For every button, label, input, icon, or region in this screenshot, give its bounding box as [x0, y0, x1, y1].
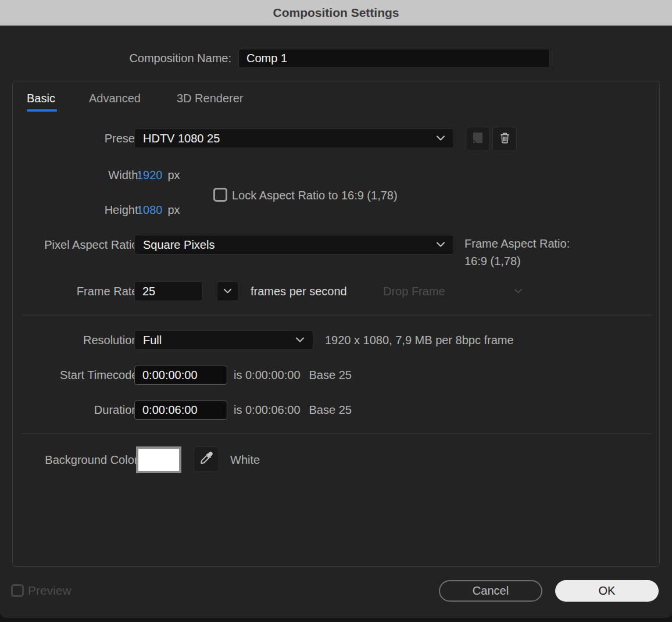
- start-timecode-label: Start Timecode:: [23, 366, 141, 385]
- chevron-down-icon: [436, 239, 445, 250]
- settings-panel: Basic Advanced 3D Renderer Preset: HDTV …: [12, 81, 660, 567]
- width-label: Width:: [23, 167, 141, 183]
- resolution-info: 1920 x 1080, 7,9 MB per 8bpc frame: [325, 330, 514, 350]
- frame-rate-input[interactable]: 25: [134, 281, 203, 301]
- cancel-button[interactable]: Cancel: [439, 580, 542, 602]
- resolution-value: Full: [143, 334, 162, 347]
- background-color-label: Background Color:: [23, 451, 141, 469]
- eyedropper-button[interactable]: [194, 446, 219, 472]
- composition-name-value: Comp 1: [246, 52, 287, 65]
- tab-basic[interactable]: Basic: [27, 92, 55, 105]
- duration-base: Base 25: [309, 403, 352, 417]
- background-color-swatch[interactable]: [136, 446, 181, 473]
- pixel-aspect-ratio-dropdown[interactable]: Square Pixels: [134, 235, 454, 255]
- chevron-down-icon: [223, 286, 232, 296]
- composition-name-label: Composition Name:: [58, 49, 231, 68]
- background-color-name: White: [230, 451, 260, 469]
- start-timecode-info: is 0:00:00:00: [234, 369, 301, 382]
- tab-3d-renderer[interactable]: 3D Renderer: [177, 92, 244, 105]
- chevron-down-icon: [514, 286, 523, 296]
- frame-aspect-ratio-label: Frame Aspect Ratio:: [464, 236, 570, 251]
- cancel-button-label: Cancel: [473, 584, 509, 598]
- pixel-aspect-ratio-value: Square Pixels: [143, 238, 215, 252]
- section-divider: [21, 314, 652, 316]
- resolution-dropdown[interactable]: Full: [134, 330, 313, 350]
- ok-button-label: OK: [599, 584, 616, 598]
- height-value[interactable]: 1080: [137, 203, 163, 217]
- lock-aspect-label: Lock Aspect Ratio to 16:9 (1,78): [232, 188, 398, 203]
- lock-aspect-checkbox[interactable]: [213, 188, 227, 202]
- dialog-title: Composition Settings: [273, 6, 399, 20]
- save-preset-button[interactable]: [466, 127, 490, 151]
- eyedropper-icon: [199, 451, 214, 468]
- preset-value: HDTV 1080 25: [143, 132, 220, 145]
- frame-aspect-ratio-value: 16:9 (1,78): [464, 253, 521, 269]
- duration-value: 0:00:06:00: [142, 403, 198, 417]
- start-timecode-value: 0:00:00:00: [142, 369, 198, 382]
- preview-checkbox: [11, 584, 24, 597]
- frame-rate-preset-button[interactable]: [217, 281, 238, 301]
- chevron-down-icon: [436, 133, 445, 144]
- duration-info: is 0:00:06:00: [234, 403, 301, 417]
- trash-icon: [498, 131, 512, 147]
- frame-rate-label: Frame Rate:: [23, 281, 141, 301]
- start-timecode-input[interactable]: 0:00:00:00: [134, 366, 227, 385]
- duration-input[interactable]: 0:00:06:00: [134, 401, 227, 420]
- section-divider: [21, 433, 652, 434]
- drop-frame-dropdown: Drop Frame: [383, 281, 523, 301]
- resolution-label: Resolution:: [23, 330, 141, 350]
- width-value[interactable]: 1920: [137, 169, 163, 182]
- frame-rate-value: 25: [142, 285, 155, 298]
- preset-dropdown[interactable]: HDTV 1080 25: [134, 128, 454, 148]
- width-unit: px: [168, 169, 180, 182]
- chevron-down-icon: [295, 335, 305, 345]
- tab-advanced[interactable]: Advanced: [89, 92, 141, 105]
- height-unit: px: [168, 203, 180, 217]
- height-label: Height:: [23, 202, 141, 217]
- pixel-aspect-ratio-label: Pixel Aspect Ratio:: [23, 235, 141, 255]
- composition-name-input[interactable]: Comp 1: [238, 49, 550, 68]
- dialog-title-bar[interactable]: Composition Settings: [0, 0, 672, 26]
- start-timecode-base: Base 25: [309, 369, 352, 382]
- composition-settings-dialog: Composition Settings Composition Name: C…: [0, 0, 672, 618]
- duration-label: Duration:: [23, 401, 141, 420]
- tab-basic-underline: [27, 109, 57, 112]
- delete-preset-button[interactable]: [492, 127, 517, 151]
- background-color-fill: [138, 449, 179, 471]
- preset-label: Preset:: [23, 128, 141, 148]
- frame-rate-suffix: frames per second: [251, 281, 347, 301]
- drop-frame-label: Drop Frame: [383, 285, 445, 298]
- preview-label: Preview: [28, 584, 72, 598]
- ok-button[interactable]: OK: [555, 580, 659, 602]
- save-preset-icon: [471, 131, 485, 147]
